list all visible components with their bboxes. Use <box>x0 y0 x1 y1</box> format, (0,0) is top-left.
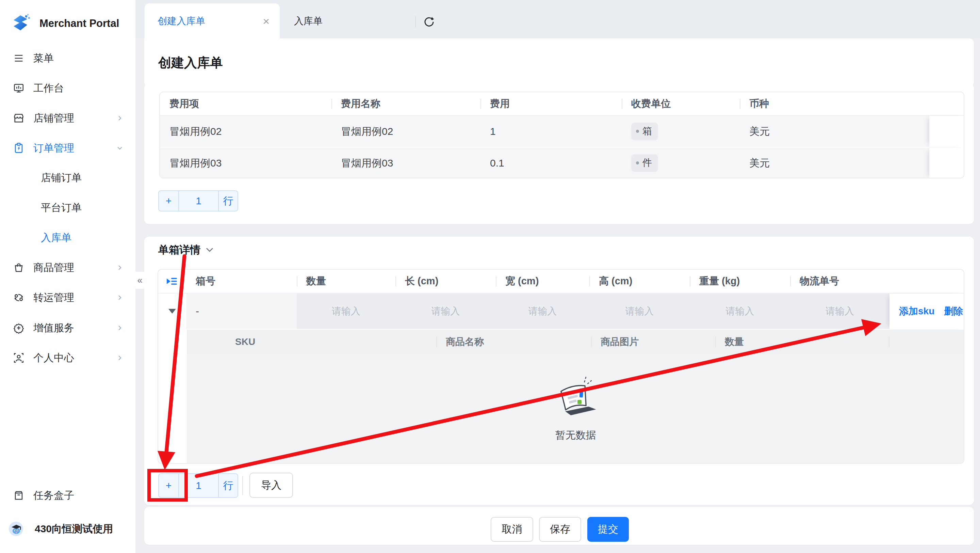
chevron-right-icon <box>116 325 123 331</box>
add-row-count-input[interactable]: 1 <box>178 474 218 497</box>
sidebar-item-label: 增值服务 <box>33 321 74 335</box>
col-header-length: 长 (cm) <box>395 270 496 293</box>
col-header-qty: 数量 <box>297 270 395 293</box>
delete-link[interactable]: 删除 <box>944 305 963 318</box>
box-table: 箱号 数量 长 (cm) 宽 (cm) 高 (cm) 重量 (kg) 物流单号 … <box>158 269 964 464</box>
sku-table-header: SKU 商品名称 商品图片 数量 <box>187 330 964 354</box>
no-data-illustration-icon <box>549 376 603 417</box>
sidebar: Merchant Portal 菜单 工作台 店铺管理 订单管理 <box>0 0 135 553</box>
length-input[interactable]: 请输入 <box>395 293 496 329</box>
add-row-button[interactable]: + <box>159 474 178 497</box>
sidebar-collapse-button[interactable]: « <box>134 272 146 289</box>
page-header-card: 创建入库单 <box>144 38 974 87</box>
chevron-right-icon <box>116 294 123 301</box>
sidebar-item-label: 商品管理 <box>33 261 74 275</box>
user-name: 430向恒测试使用 <box>35 522 113 536</box>
fees-table: 费用项 费用名称 费用 收费单位 币种 冒烟用例02 冒烟用例02 1 箱 美元 <box>159 92 964 178</box>
fees-table-header: 费用项 费用名称 费用 收费单位 币种 <box>160 92 964 116</box>
unit-badge: 箱 <box>631 123 658 140</box>
user-account-row[interactable]: 430向恒测试使用 <box>0 516 135 542</box>
cell-currency: 美元 <box>740 116 929 147</box>
cell-fee-item: 冒烟用例02 <box>160 116 331 147</box>
sidebar-item-transfer-mgmt[interactable]: 转运管理 <box>0 285 135 310</box>
cell-fee-name: 冒烟用例03 <box>331 148 480 178</box>
sidebar-item-store-mgmt[interactable]: 店铺管理 <box>0 106 135 131</box>
divider <box>415 16 416 27</box>
store-icon <box>13 112 24 124</box>
sidebar-item-label: 平台订单 <box>41 201 82 215</box>
cell-fee: 0.1 <box>480 148 622 178</box>
sidebar-item-label: 店铺管理 <box>33 112 74 125</box>
sidebar-item-workbench[interactable]: 工作台 <box>0 76 135 100</box>
cell-fee: 1 <box>480 116 622 147</box>
col-header-actions <box>929 92 964 115</box>
sidebar-item-store-orders[interactable]: 店铺订单 <box>0 166 135 190</box>
tab-label: 入库单 <box>294 14 323 27</box>
menu-icon <box>13 53 24 64</box>
box-row: - 请输入 请输入 请输入 请输入 请输入 请输入 添加sku 删除 <box>158 293 964 329</box>
col-header-currency: 币种 <box>740 92 929 115</box>
weight-input[interactable]: 请输入 <box>690 293 790 329</box>
sidebar-item-label: 入库单 <box>41 231 72 245</box>
refresh-icon[interactable] <box>423 15 436 28</box>
cancel-button[interactable]: 取消 <box>491 517 533 542</box>
page-title: 创建入库单 <box>158 38 223 87</box>
cell-fee-name: 冒烟用例02 <box>331 116 480 147</box>
col-header-sku: SKU <box>187 330 436 354</box>
unit-badge: 件 <box>631 154 658 172</box>
fees-add-row-control: + 1 行 <box>158 190 238 212</box>
add-row-button[interactable]: + <box>159 191 178 211</box>
tab-close-icon[interactable]: × <box>263 15 269 27</box>
collapse-icon: « <box>137 275 142 286</box>
tab-label: 创建入库单 <box>158 14 205 27</box>
cell-currency: 美元 <box>740 148 929 178</box>
height-input[interactable]: 请输入 <box>589 293 690 329</box>
expand-all-icon[interactable] <box>158 270 186 293</box>
task-box-icon <box>13 490 24 501</box>
col-header-product-name: 商品名称 <box>436 330 591 354</box>
cell-actions <box>929 116 964 147</box>
empty-state: 暂无数据 <box>187 354 964 464</box>
sidebar-item-order-mgmt[interactable]: 订单管理 <box>0 136 135 160</box>
row-expand-toggle[interactable] <box>158 293 186 329</box>
sidebar-item-goods-mgmt[interactable]: 商品管理 <box>0 255 135 280</box>
section-collapse-icon[interactable] <box>206 247 213 252</box>
tracking-input[interactable]: 请输入 <box>790 293 889 329</box>
add-row-unit-label[interactable]: 行 <box>218 191 237 211</box>
value-added-icon <box>13 322 24 334</box>
sidebar-item-inbound-orders[interactable]: 入库单 <box>0 225 135 250</box>
transfer-icon <box>13 292 24 303</box>
tab-inbound-orders[interactable]: 入库单 <box>285 3 408 38</box>
add-sku-link[interactable]: 添加sku <box>899 305 934 318</box>
cell-unit: 件 <box>622 148 740 178</box>
app-title: Merchant Portal <box>40 18 119 30</box>
unit-badge-label: 件 <box>643 156 652 169</box>
unit-badge-label: 箱 <box>643 124 652 137</box>
sidebar-item-value-added[interactable]: 增值服务 <box>0 316 135 340</box>
tab-bar: 创建入库单 × 入库单 <box>135 0 980 38</box>
col-header-fee-item: 费用项 <box>160 92 331 115</box>
section-title: 单箱详情 <box>158 243 200 257</box>
col-header-row-actions <box>889 270 964 293</box>
sidebar-item-profile[interactable]: 个人中心 <box>0 346 135 370</box>
add-row-unit-label[interactable]: 行 <box>218 474 237 497</box>
col-header-fee: 费用 <box>480 92 622 115</box>
section-title-row: 单箱详情 <box>158 242 213 257</box>
width-input[interactable]: 请输入 <box>496 293 589 329</box>
box-table-header: 箱号 数量 长 (cm) 宽 (cm) 高 (cm) 重量 (kg) 物流单号 <box>158 270 964 293</box>
qty-input[interactable]: 请输入 <box>297 293 395 329</box>
submit-button[interactable]: 提交 <box>587 517 629 542</box>
merchant-portal-screen: Merchant Portal 菜单 工作台 店铺管理 订单管理 <box>0 0 980 553</box>
triangle-down-icon <box>169 309 176 314</box>
sidebar-item-task-box[interactable]: 任务盒子 <box>0 483 135 508</box>
sidebar-item-label: 转运管理 <box>33 291 74 305</box>
import-button[interactable]: 导入 <box>250 473 293 498</box>
col-header-fee-name: 费用名称 <box>331 92 480 115</box>
save-button[interactable]: 保存 <box>539 517 581 542</box>
sidebar-item-menu[interactable]: 菜单 <box>0 46 135 70</box>
table-row: 冒烟用例02 冒烟用例02 1 箱 美元 <box>160 116 964 147</box>
tab-create-inbound[interactable]: 创建入库单 × <box>145 3 280 38</box>
sidebar-item-platform-orders[interactable]: 平台订单 <box>0 196 135 220</box>
sidebar-item-label: 菜单 <box>33 51 54 65</box>
add-row-count-input[interactable]: 1 <box>178 191 218 211</box>
